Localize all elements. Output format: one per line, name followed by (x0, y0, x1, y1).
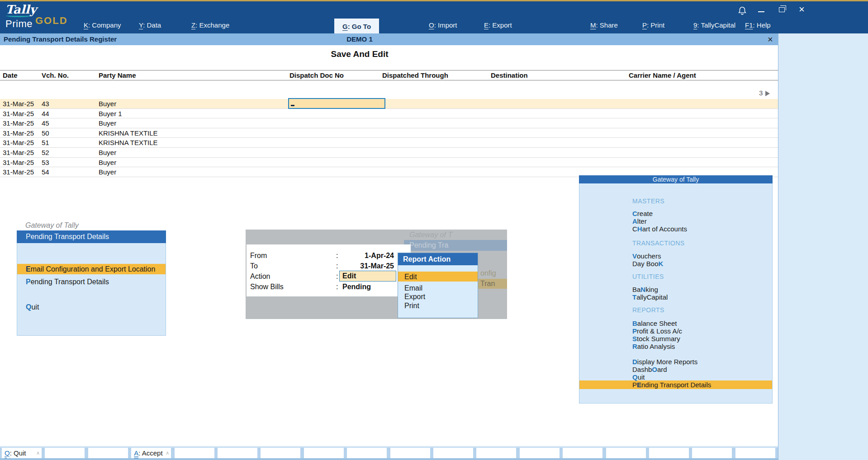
gateway-item-alter[interactable]: Alter (632, 217, 647, 225)
item-hotkey-letter: V (632, 252, 637, 260)
ghost-highlight-fragment: Tran (478, 279, 507, 289)
report-action-option-email[interactable]: Email (404, 284, 422, 292)
gateway-item-profit-loss-a-c[interactable]: Profit & Loss A/c (632, 327, 682, 335)
menu-label: : Exchange (195, 21, 229, 29)
item-hotkey-letter: P (632, 327, 637, 335)
column-header-vch-no: Vch. No. (42, 71, 69, 79)
report-action-option-export[interactable]: Export (404, 293, 425, 301)
item-text-post: alance Sheet (637, 319, 677, 327)
footer-button-accept[interactable]: A: Accept∧ (131, 448, 171, 458)
footer-cell (735, 448, 775, 458)
menu-data[interactable]: Y: Data (139, 21, 161, 29)
table-header-row: DateVch. No.Party NameDispatch Doc NoDis… (0, 70, 778, 80)
item-hotkey-letter: S (632, 335, 637, 343)
dialog-field-action[interactable]: Action:Edit (247, 272, 411, 281)
menu-exchange[interactable]: Z: Exchange (191, 21, 229, 29)
left-panel-item-email-configuration-and-export-location[interactable]: Email Configuration and Export Location (17, 264, 166, 274)
gateway-item-stock-summary[interactable]: Stock Summary (632, 335, 680, 343)
table-row[interactable]: 31-Mar-2552Buyer (0, 148, 778, 158)
window-restore-icon[interactable] (779, 7, 785, 12)
dialog-field-from[interactable]: From:1-Apr-24 (247, 251, 411, 260)
gateway-item-pending-transport-details[interactable]: PEnding Transport Details (632, 381, 711, 389)
footer-cell (606, 448, 646, 458)
dialog-field-show-bills[interactable]: Show Bills:Pending (247, 282, 411, 291)
menu-print[interactable]: P: Print (642, 21, 664, 29)
footer-button-quit[interactable]: Q: Quit∧ (2, 448, 42, 458)
table-row[interactable]: 31-Mar-2553Buyer (0, 158, 778, 168)
table-row[interactable]: 31-Mar-2544Buyer 1 (0, 109, 778, 119)
footer-cell (692, 448, 732, 458)
gateway-item-chart-of-accounts[interactable]: CHart of Accounts (632, 225, 687, 233)
footer-cell (390, 448, 430, 458)
report-filter-dialog: From:1-Apr-24To:31-Mar-25Action:EditShow… (247, 244, 411, 296)
table-row[interactable]: 31-Mar-2545Buyer (0, 118, 778, 128)
right-empty-area (778, 33, 868, 460)
company-name: DEMO 1 (346, 35, 373, 43)
bottom-button-bar: Q: Quit∧A: Accept∧ (0, 446, 778, 460)
menu-hotkey: Z (191, 21, 195, 29)
section-heading-masters: MASTERS (632, 197, 664, 205)
edition-badge: GOLD (35, 15, 68, 27)
cell-party-name: KRISHNA TEXTILE (99, 139, 158, 146)
page-count: 3 (759, 89, 763, 97)
item-text-pre: P (632, 381, 637, 389)
gateway-item-display-more-reports[interactable]: Display More Reports (632, 358, 697, 366)
item-hotkey-letter: Q (632, 373, 638, 381)
gateway-item-dashboard[interactable]: DashbOard (632, 366, 667, 373)
report-action-option-edit[interactable]: Edit (404, 273, 417, 281)
menu-tallycapital[interactable]: 9: TallyCapital (693, 21, 735, 29)
field-value: 31-Mar-25 (305, 262, 394, 271)
field-label: Show Bills (250, 282, 284, 291)
cell-date: 31-Mar-25 (3, 100, 34, 108)
menu-export[interactable]: E: Export (484, 21, 512, 29)
column-header-dispatched-through: Dispatched Through (382, 71, 448, 79)
table-row[interactable]: 31-Mar-2543Buyer (0, 99, 778, 109)
gateway-item-balance-sheet[interactable]: Balance Sheet (632, 319, 677, 327)
gateway-item-create[interactable]: Create (632, 210, 653, 217)
notifications-bell-icon[interactable] (737, 6, 747, 18)
cell-vch-no: 52 (42, 149, 49, 156)
table-row[interactable]: 31-Mar-2551KRISHNA TEXTILE (0, 138, 778, 148)
table-row[interactable]: 31-Mar-2550KRISHNA TEXTILE (0, 128, 778, 138)
field-label: From (250, 251, 267, 260)
gateway-item-quit[interactable]: Quit (632, 373, 645, 381)
section-heading-transactions: TRANSACTIONS (632, 239, 685, 247)
gateway-item-day-book[interactable]: Day BooK (632, 260, 663, 268)
menu-hotkey: P (642, 21, 647, 29)
cell-vch-no: 44 (42, 110, 49, 117)
item-text-post: tock Summary (637, 335, 680, 343)
cell-party-name: KRISHNA TEXTILE (99, 129, 158, 137)
left-panel-header: Pending Transport Details (17, 230, 166, 243)
item-text-pre: Dashb (632, 366, 652, 373)
menu-label: : TallyCapital (697, 21, 735, 29)
window-minimize-icon[interactable] (758, 11, 764, 12)
menu-company[interactable]: K: Company (84, 21, 121, 29)
dialog-field-to[interactable]: To:31-Mar-25 (247, 262, 411, 271)
left-panel-item-quit[interactable]: Quit (17, 302, 166, 312)
item-hotkey-letter: A (632, 217, 637, 225)
report-close-icon[interactable]: × (768, 33, 773, 45)
gateway-item-ratio-analysis[interactable]: Ratio Analysis (632, 343, 675, 350)
gateway-item-banking[interactable]: BaNking (632, 286, 658, 293)
menu-import[interactable]: O: Import (429, 21, 457, 29)
report-action-option-print[interactable]: Print (404, 302, 419, 310)
cell-date: 31-Mar-25 (3, 139, 34, 146)
gateway-item-tallycapital[interactable]: TallyCapital (632, 293, 668, 301)
menu-go-to[interactable]: G: Go To (334, 19, 379, 35)
left-panel-item-pending-transport-details[interactable]: Pending Transport Details (17, 277, 166, 287)
item-text-post: reate (637, 210, 653, 217)
dispatch-doc-input[interactable] (288, 98, 385, 109)
gateway-item-vouchers[interactable]: Vouchers (632, 252, 661, 260)
window-close-icon[interactable]: × (799, 4, 805, 15)
menu-hotkey: F1 (745, 21, 753, 29)
left-gateway-panel: Pending Transport Details Email Configur… (17, 230, 166, 336)
field-value-editing[interactable]: Edit (339, 271, 396, 282)
item-hotkey-letter: E (26, 265, 31, 273)
item-hotkey-letter: N (640, 286, 645, 293)
footer-cell (261, 448, 300, 458)
menu-share[interactable]: M: Share (590, 21, 618, 29)
footer-cell (476, 448, 516, 458)
next-page-triangle-icon[interactable] (765, 91, 770, 96)
menu-help[interactable]: F1: Help (745, 21, 771, 29)
menu-label: : Help (753, 21, 771, 29)
